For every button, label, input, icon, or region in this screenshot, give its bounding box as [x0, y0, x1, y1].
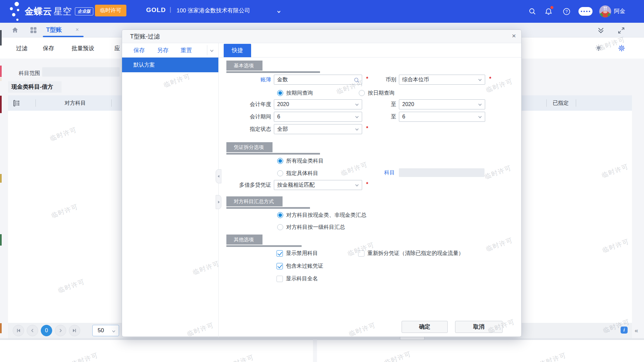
toolbar-batch-preset-button[interactable]: 批量预设	[72, 44, 94, 52]
bottom-panel-left	[0, 340, 313, 362]
logo-dots-icon	[7, 1, 26, 22]
chevron-down-icon	[477, 114, 482, 119]
to-label: 至	[375, 99, 396, 109]
screen-edge-artifact	[0, 66, 2, 77]
divider	[207, 45, 207, 55]
collapse-right-panel-icon[interactable]: «	[635, 327, 638, 334]
checkbox-show-fullname[interactable]: 显示科目全名	[277, 274, 318, 283]
section-header-basic: 基本选项	[226, 61, 262, 71]
settings-button[interactable]	[617, 44, 626, 54]
screen-edge-artifact	[0, 323, 2, 333]
page-size-select[interactable]: 50	[92, 325, 119, 336]
screen-edge-artifact	[0, 30, 2, 46]
fiscal-year-to-select[interactable]: 2020	[399, 99, 485, 109]
checkbox-resplit[interactable]: 重新拆分凭证（清除已指定的现金流量）	[358, 249, 464, 258]
assign-status-label: 指定状态	[220, 124, 271, 134]
avatar[interactable]	[599, 5, 611, 17]
fiscal-year-from-value: 2020	[277, 101, 289, 107]
toolbar-partial-button[interactable]: 应	[114, 44, 120, 52]
subject-range-label: 科目范围	[19, 69, 40, 78]
column-header-counter-subject: 对方科目	[50, 95, 100, 111]
fullscreen-button[interactable]	[617, 26, 625, 36]
book-value: 金数	[277, 77, 288, 82]
radio-query-by-period[interactable]: 按期间查询	[277, 89, 313, 97]
tips-button[interactable]	[594, 44, 603, 54]
company-selector[interactable]: 100 张家港金数技术有限公司	[177, 7, 250, 14]
multi-entry-label: 多借多贷凭证	[220, 180, 271, 190]
radio-summary-by-level1[interactable]: 对方科目按一级科目汇总	[277, 223, 345, 232]
home-icon	[11, 26, 19, 34]
chevron-down-icon	[111, 329, 116, 334]
assistant-button[interactable]	[578, 7, 593, 16]
home-button[interactable]	[11, 26, 19, 35]
radio-specific-subjects[interactable]: 指定具体科目	[277, 169, 318, 178]
chevron-down-icon	[354, 102, 359, 107]
page-size-value: 50	[98, 327, 104, 334]
column-header-assigned: 已指定	[550, 95, 572, 111]
next-page-button[interactable]	[55, 325, 66, 336]
cancel-button[interactable]: 取消	[455, 321, 503, 333]
expand-panel-right-handle[interactable]	[216, 195, 221, 209]
search-button[interactable]	[528, 7, 537, 16]
scheme-reset-button[interactable]: 重置	[181, 47, 192, 54]
book-input[interactable]: 金数	[274, 75, 362, 85]
grid-icon	[30, 27, 37, 33]
section-underline	[226, 207, 310, 209]
bulb-icon	[594, 44, 603, 53]
apps-menu-button[interactable]	[30, 27, 37, 35]
required-mark: *	[489, 76, 491, 82]
currency-select[interactable]: 综合本位币	[399, 75, 485, 85]
help-button[interactable]: ?	[562, 7, 571, 16]
radio-label: 对方科目按现金类、非现金类汇总	[286, 212, 366, 219]
tab-quick[interactable]: 快捷	[224, 44, 251, 57]
radio-label: 对方科目按一级科目汇总	[286, 224, 345, 231]
currency-value: 综合本位币	[402, 77, 429, 82]
assign-status-select[interactable]: 全部	[274, 124, 362, 134]
radio-query-by-date[interactable]: 按日期查询	[359, 89, 395, 97]
tab-t-account[interactable]: T型账	[46, 26, 62, 34]
dialog-titlebar	[122, 30, 521, 43]
scheme-item-default[interactable]: 默认方案	[122, 58, 218, 72]
license-button[interactable]: 临时许可	[95, 5, 126, 16]
checkbox-icon	[277, 263, 283, 269]
section-header-split: 凭证拆分选项	[226, 142, 273, 152]
ok-button[interactable]: 确定	[402, 321, 448, 333]
radio-label: 按期间查询	[286, 90, 313, 97]
period-from-select[interactable]: 6	[274, 112, 362, 122]
first-page-button[interactable]	[13, 325, 24, 336]
user-name[interactable]: 阿金	[614, 7, 625, 15]
kingdee-logo[interactable]	[7, 1, 26, 23]
toolbar-filter-button[interactable]: 过滤	[16, 44, 27, 52]
fiscal-year-from-select[interactable]: 2020	[274, 99, 362, 109]
currency-label: 币别	[375, 75, 396, 85]
scheme-save-button[interactable]: 保存	[133, 47, 145, 54]
checkbox-label: 显示禁用科目	[286, 250, 318, 257]
scheme-more-button[interactable]	[209, 48, 214, 55]
company-dropdown[interactable]	[276, 9, 282, 16]
dialog-close-icon[interactable]: ×	[512, 32, 516, 40]
radio-all-cash-subjects[interactable]: 所有现金类科目	[277, 157, 324, 165]
fiscal-year-label: 会计年度	[220, 99, 271, 109]
search-icon	[354, 77, 359, 83]
info-icon[interactable]	[621, 327, 628, 334]
divider	[218, 43, 219, 337]
checkbox-show-disabled[interactable]: 显示禁用科目	[277, 249, 318, 258]
section-underline	[226, 245, 302, 247]
prev-page-button[interactable]	[27, 325, 38, 336]
chevron-down-icon	[354, 114, 359, 119]
collapse-tabs-button[interactable]	[597, 26, 605, 36]
row-expand-icon[interactable]	[13, 99, 20, 108]
checkbox-include-unposted[interactable]: 包含未过账凭证	[277, 262, 323, 270]
section-header-other: 其他选项	[226, 235, 262, 245]
checkbox-label: 显示科目全名	[286, 275, 318, 282]
topbar-separator: |	[170, 6, 171, 13]
radio-summary-by-cash[interactable]: 对方科目按现金类、非现金类汇总	[277, 211, 366, 219]
radio-label: 指定具体科目	[286, 170, 318, 177]
period-to-select[interactable]: 6	[399, 112, 485, 122]
scheme-save-as-button[interactable]: 另存	[157, 47, 169, 54]
last-page-button[interactable]	[69, 325, 80, 336]
toolbar-save-button[interactable]: 保存	[43, 44, 54, 52]
multi-entry-select[interactable]: 按金额相近匹配	[274, 180, 362, 190]
subject-range-input[interactable]	[42, 67, 120, 77]
tab-close-icon[interactable]: ×	[76, 26, 79, 33]
